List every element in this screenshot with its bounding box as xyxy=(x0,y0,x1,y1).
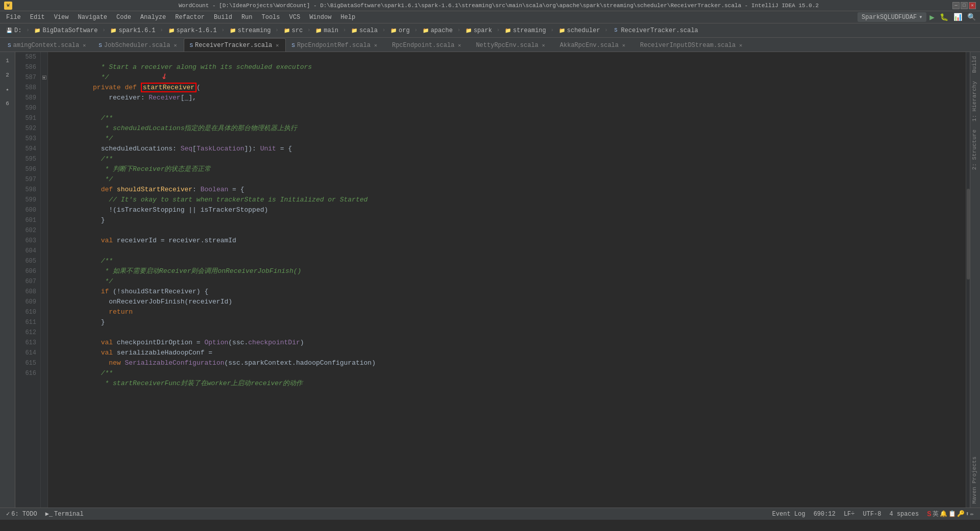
terminal-button[interactable]: ▶_ Terminal xyxy=(43,510,86,518)
tab-close-4[interactable]: ✕ xyxy=(373,42,379,48)
code-line-585: * Start a receiver along with its schedu… xyxy=(53,52,966,62)
tab-akkarpcenv[interactable]: AkkaRpcEnv.scala ✕ xyxy=(552,38,632,52)
right-panel-hierarchy[interactable]: 1: Hierarchy xyxy=(970,77,980,125)
sidebar-favorites-icon[interactable]: ★ xyxy=(1,83,14,96)
menu-build[interactable]: Build xyxy=(210,13,236,22)
nav-item-bigdata[interactable]: 📁 BigDataSoftware xyxy=(31,26,100,35)
menu-navigate[interactable]: Navigate xyxy=(74,13,111,22)
cursor-position[interactable]: 690:12 xyxy=(812,511,838,518)
tab-close-1[interactable]: ✕ xyxy=(81,42,87,48)
menu-file[interactable]: File xyxy=(2,13,25,22)
minimize-button[interactable]: ─ xyxy=(952,2,960,9)
menu-window[interactable]: Window xyxy=(305,13,335,22)
search-everywhere-button[interactable]: 🔍 xyxy=(965,13,978,21)
tab-nettyrpcenv[interactable]: NettyRpcEnv.scala ✕ xyxy=(468,38,552,52)
tab-close-2[interactable]: ✕ xyxy=(172,42,178,48)
close-button[interactable]: ✕ xyxy=(969,2,976,9)
tab-receivertracker[interactable]: S ReceiverTracker.scala ✕ xyxy=(184,38,286,52)
fold-mark-587[interactable]: ▼ xyxy=(42,75,46,80)
nav-item-streaming[interactable]: 📁 streaming xyxy=(227,26,274,35)
event-log-button[interactable]: Event Log xyxy=(770,511,807,518)
right-panel-structure[interactable]: 2: Structure xyxy=(970,125,980,174)
ime-status[interactable]: S 英 🔔 📋 🔑 ⬆ ✏ xyxy=(925,510,976,518)
menu-help[interactable]: Help xyxy=(336,13,359,22)
menu-view[interactable]: View xyxy=(50,13,73,22)
nav-item-spark[interactable]: 📁 spark xyxy=(462,26,495,35)
debug-button[interactable]: 🐛 xyxy=(938,13,950,21)
line-ending[interactable]: LF÷ xyxy=(842,511,857,518)
right-panel-maven[interactable]: Maven Projects xyxy=(970,452,980,508)
maximize-button[interactable]: □ xyxy=(961,2,968,9)
nav-item-d[interactable]: 💾 D: xyxy=(3,26,24,35)
nav-item-scheduler[interactable]: 📁 scheduler xyxy=(556,26,603,35)
nav-item-spark-src[interactable]: 📁 spark-1.6.1 xyxy=(165,26,219,35)
menu-refactor[interactable]: Refactor xyxy=(171,13,209,22)
tab-receiverinputdstream[interactable]: ReceiverInputDStream.scala ✕ xyxy=(632,38,749,52)
line-numbers: 585 586 587 588 589 590 591 592 593 594 … xyxy=(15,52,41,508)
sidebar-vcs-icon[interactable]: 6 xyxy=(1,97,14,110)
code-line-601 xyxy=(53,215,966,225)
tab-close-7[interactable]: ✕ xyxy=(621,42,627,48)
status-right: Event Log 690:12 LF÷ UTF-8 4 spaces S 英 … xyxy=(770,510,976,518)
code-line-611 xyxy=(53,317,966,327)
code-line-604: /** xyxy=(53,246,966,256)
code-line-590: /** xyxy=(53,103,966,113)
nav-item-file[interactable]: S ReceiverTracker.scala xyxy=(610,26,701,35)
code-line-612: val checkpointDirOption = Option(ssc.che… xyxy=(53,327,966,338)
tab-close-3[interactable]: ✕ xyxy=(274,42,280,48)
nav-item-apache[interactable]: 📁 apache xyxy=(420,26,455,35)
title-bar: W WordCount - [D:\IdeaProjects\WordCount… xyxy=(0,0,980,11)
right-panel-build[interactable]: Build xyxy=(970,52,980,77)
menu-code[interactable]: Code xyxy=(112,13,135,22)
nav-item-scala[interactable]: 📁 scala xyxy=(348,26,380,35)
tab-amingcontext[interactable]: S amingContext.scala ✕ xyxy=(2,38,93,52)
folder-icon-3: 📁 xyxy=(168,27,175,34)
tab-rpcendpoint[interactable]: RpcEndpoint.scala ✕ xyxy=(384,38,468,52)
code-area[interactable]: * Start a receiver along with its schedu… xyxy=(48,52,966,508)
title-bar-text: WordCount - [D:\IdeaProjects\WordCount] … xyxy=(45,3,952,9)
encoding[interactable]: UTF-8 xyxy=(861,511,884,518)
folder-icon-5: 📁 xyxy=(283,27,290,34)
code-line-591: * scheduledLocations指定的是在具体的那台物理机器上执行 xyxy=(53,113,966,123)
nav-item-main[interactable]: 📁 main xyxy=(312,26,341,35)
main-layout: 1 2 ★ 6 585 586 587 588 589 590 591 592 … xyxy=(0,52,980,508)
terminal-icon: ▶_ xyxy=(45,510,53,518)
menu-run[interactable]: Run xyxy=(237,13,257,22)
status-bar: ✓ 6: TODO ▶_ Terminal Event Log 690:12 L… xyxy=(0,508,980,520)
code-line-587: private def startReceiver( xyxy=(53,72,966,83)
nav-item-streaming2[interactable]: 📁 streaming xyxy=(502,26,549,35)
tab-close-8[interactable]: ✕ xyxy=(738,42,744,48)
scroll-minimap[interactable] xyxy=(966,52,970,508)
folder-icon-9: 📁 xyxy=(422,27,429,34)
profile-button[interactable]: 📊 xyxy=(951,13,964,21)
nav-item-spark161[interactable]: 📁 spark1.6.1 xyxy=(107,26,158,35)
tab-icon-3: S xyxy=(189,42,193,48)
tab-icon-1: S xyxy=(8,42,11,48)
folder-icon-10: 📁 xyxy=(465,27,472,34)
menu-analyze[interactable]: Analyze xyxy=(136,13,170,22)
menu-tools[interactable]: Tools xyxy=(258,13,284,22)
code-line-605: * 如果不需要启动Receiver则会调用onReceiverJobFinish… xyxy=(53,256,966,266)
menu-edit[interactable]: Edit xyxy=(26,13,49,22)
tab-jobscheduler[interactable]: S JobScheduler.scala ✕ xyxy=(93,38,184,52)
sidebar-project-icon[interactable]: 1 xyxy=(1,54,14,67)
drive-icon: 💾 xyxy=(6,27,13,34)
code-line-610: } xyxy=(53,307,966,317)
sidebar-structure-icon[interactable]: 2 xyxy=(1,68,14,82)
indent-size[interactable]: 4 spaces xyxy=(888,511,921,518)
run-config-selector[interactable]: SparkSQLUDFUDAF ▾ xyxy=(857,12,926,22)
tab-rpcendpointref[interactable]: S RpcEndpointRef.scala ✕ xyxy=(286,38,384,52)
folder-icon-2: 📁 xyxy=(110,27,117,34)
nav-item-src[interactable]: 📁 src xyxy=(281,26,306,35)
tabs-bar: S amingContext.scala ✕ S JobScheduler.sc… xyxy=(0,38,980,52)
menu-vcs[interactable]: VCS xyxy=(285,13,305,22)
folder-icon-8: 📁 xyxy=(390,27,397,34)
tab-close-6[interactable]: ✕ xyxy=(541,42,547,48)
tab-close-5[interactable]: ✕ xyxy=(456,42,462,48)
todo-button[interactable]: ✓ 6: TODO xyxy=(4,510,39,518)
code-line-597: def shouldStartReceiver: Boolean = { xyxy=(53,174,966,185)
nav-item-org[interactable]: 📁 org xyxy=(387,26,412,35)
run-button[interactable]: ▶ xyxy=(927,12,937,22)
folder-icon-11: 📁 xyxy=(504,27,511,34)
scroll-thumb[interactable] xyxy=(967,189,970,280)
